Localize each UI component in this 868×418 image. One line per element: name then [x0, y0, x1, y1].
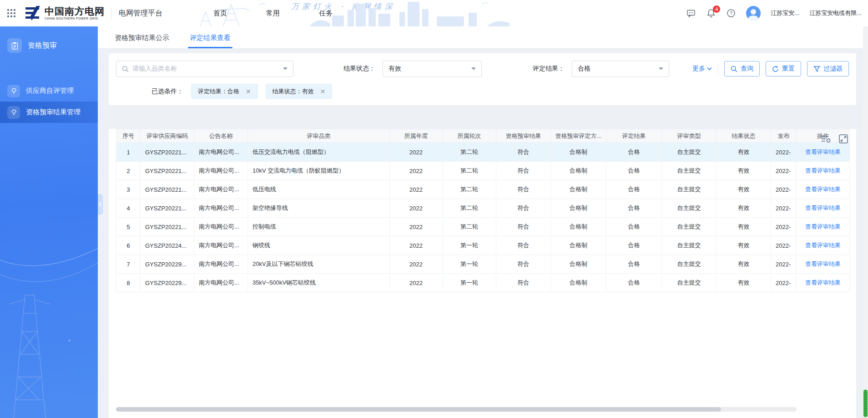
user-name[interactable]: 江苏宝安...: [771, 9, 799, 17]
cell-pub: 2022-: [771, 255, 797, 274]
table-row: 5GYSZP20221...南方电网公司...控制电缆2022第二轮符合合格制合…: [116, 218, 850, 236]
filter-button[interactable]: 过滤器: [807, 61, 849, 76]
more-link[interactable]: 更多: [692, 65, 712, 73]
cell-pub: 2022-: [771, 162, 797, 180]
view-review-result-link[interactable]: 查看评审结果: [797, 199, 850, 218]
cell-category: 10kV 交流电力电缆（防蚁阻燃型）: [248, 162, 390, 180]
page: 万家灯火 · 南网情深: [0, 0, 868, 418]
cell-year: 2022: [390, 274, 443, 292]
nav-item[interactable]: 首页: [213, 9, 227, 18]
result-status-select[interactable]: 有效: [383, 61, 482, 77]
cell-notice: 南方电网公司...: [194, 162, 248, 180]
sidebar-item-label: 资格预审结果管理: [26, 108, 81, 117]
cell-pub: 2022-: [771, 199, 797, 218]
view-review-result-link[interactable]: 查看评审结果: [797, 255, 850, 274]
horizontal-scrollbar: [116, 407, 797, 412]
cell-code: GYSZP20221...: [141, 218, 194, 236]
view-review-result-link[interactable]: 查看评审结果: [797, 274, 850, 292]
tab[interactable]: 资格预审结果公示: [113, 34, 171, 48]
filter-panel: 请输入品类名称 结果状态： 有效 评定结果： 合格: [109, 53, 856, 105]
cell-type: 自主提交: [662, 236, 717, 255]
result-status-value: 有效: [389, 65, 471, 73]
cell-category: 控制电缆: [248, 218, 390, 236]
funnel-icon: [813, 66, 820, 72]
nav-item[interactable]: 常用: [266, 9, 280, 18]
cell-no: 1: [116, 143, 141, 162]
cell-year: 2022: [390, 255, 443, 274]
cell-method: 合格制: [551, 143, 606, 162]
chevron-down-icon: [659, 67, 663, 70]
selected-conditions-label: 已选条件：: [151, 87, 183, 96]
tab[interactable]: 评定结果查看: [188, 34, 232, 48]
vertical-scrollbar-thumb[interactable]: [863, 390, 868, 417]
sidebar-item[interactable]: 供应商自评管理: [0, 80, 98, 102]
table-row: 3GYSZP20221...南方电网公司...低压电线2022第二轮符合合格制合…: [116, 180, 850, 199]
platform-title: 电网管理平台: [119, 9, 162, 18]
search-icon: [731, 66, 737, 72]
cell-method: 合格制: [551, 162, 606, 180]
chips: 评定结果：合格✕结果状态：有效✕: [191, 84, 332, 99]
pylon-illustration: [0, 227, 98, 418]
cell-method: 合格制: [551, 199, 606, 218]
message-icon[interactable]: [686, 8, 696, 18]
view-review-result-link[interactable]: 查看评审结果: [797, 236, 850, 255]
cell-round: 第一轮: [443, 255, 496, 274]
close-icon[interactable]: ✕: [246, 88, 251, 95]
logo-subtitle: CHINA SOUTHERN POWER GRID: [45, 17, 105, 20]
sidebar-items: 供应商自评管理资格预审结果管理: [0, 80, 98, 123]
query-button[interactable]: 查询: [724, 61, 760, 76]
category-search-input[interactable]: 请输入品类名称: [116, 61, 293, 77]
svg-text:?: ?: [730, 10, 732, 16]
cell-notice: 南方电网公司...: [194, 274, 248, 292]
chevron-down-icon: [707, 67, 712, 71]
chevron-down-icon: [471, 67, 476, 70]
sidebar-section[interactable]: 资格预审: [0, 26, 98, 53]
view-review-result-link[interactable]: 查看评审结果: [797, 180, 850, 199]
cell-method: 合格制: [551, 218, 606, 236]
refresh-icon: [772, 66, 779, 72]
bulb-icon: [7, 85, 20, 97]
view-review-result-link[interactable]: 查看评审结果: [797, 143, 850, 162]
column-header: 所属轮次: [443, 129, 496, 143]
app-grid-icon[interactable]: [6, 8, 16, 18]
column-header: 资格预审结果: [496, 129, 551, 143]
horizontal-scrollbar-thumb[interactable]: [116, 407, 721, 412]
top-nav: 首页常用任务: [213, 9, 333, 18]
table-row: 1GYSZP20221...南方电网公司...低压交流电力电缆（阻燃型）2022…: [116, 143, 850, 162]
cell-status: 有效: [717, 218, 771, 236]
filter-chip: 结果状态：有效✕: [266, 84, 333, 99]
cell-prequal: 符合: [496, 218, 551, 236]
cell-type: 自主提交: [662, 218, 717, 236]
bell-icon[interactable]: 4: [706, 8, 716, 18]
table-panel: 序号评审供应商编码公告名称评审品类所属年度所属轮次资格预审结果资格预审评定方..…: [109, 129, 856, 418]
cell-prequal: 符合: [496, 274, 551, 292]
cell-category: 低压交流电力电缆（阻燃型）: [248, 143, 390, 162]
sidebar: 资格预审 供应商自评管理资格预审结果管理: [0, 26, 98, 418]
nav-item[interactable]: 任务: [319, 9, 333, 18]
view-review-result-link[interactable]: 查看评审结果: [797, 218, 850, 236]
close-icon[interactable]: ✕: [320, 88, 326, 95]
column-settings-icon[interactable]: [821, 133, 832, 144]
help-icon[interactable]: ?: [726, 8, 736, 18]
cell-notice: 南方电网公司...: [194, 236, 248, 255]
sidebar-item[interactable]: 资格预审结果管理: [0, 102, 98, 123]
cell-code: GYSZP20229...: [141, 274, 194, 292]
cell-no: 2: [116, 162, 141, 180]
cell-round: 第二轮: [443, 162, 496, 180]
sidebar-collapse-handle[interactable]: [98, 194, 103, 215]
column-header: 公告名称: [194, 129, 248, 143]
header-divider: [111, 7, 111, 19]
cell-notice: 南方电网公司...: [194, 218, 248, 236]
view-review-result-link[interactable]: 查看评审结果: [797, 162, 850, 180]
cell-year: 2022: [390, 180, 443, 199]
reset-button[interactable]: 重置: [766, 61, 801, 76]
cell-prequal: 符合: [496, 162, 551, 180]
avatar[interactable]: [746, 6, 761, 20]
fullscreen-icon[interactable]: [838, 133, 849, 144]
cell-pub: 2022-: [771, 218, 797, 236]
cell-prequal: 符合: [496, 199, 551, 218]
cell-type: 自主提交: [662, 199, 717, 218]
evaluation-result-select[interactable]: 合格: [572, 61, 669, 77]
company-name[interactable]: 江苏宝安电缆有限...: [809, 9, 862, 17]
divider: [718, 64, 718, 74]
